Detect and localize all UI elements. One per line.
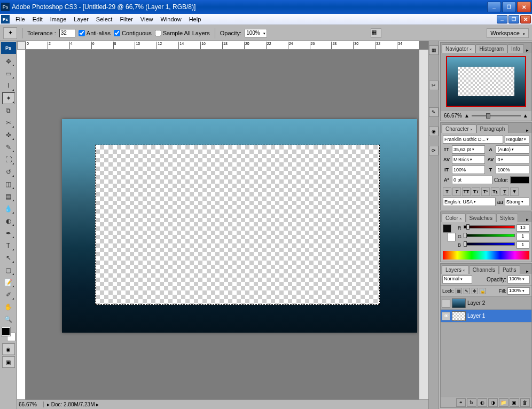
g-value[interactable]: 1 [517, 233, 529, 240]
hscale-input[interactable]: 100% [496, 166, 529, 174]
tab-layers[interactable]: Layers× [442, 265, 469, 274]
color-swatch[interactable] [2, 327, 15, 341]
r-value[interactable]: 13 [517, 224, 529, 232]
blur-tool[interactable]: 💧 [2, 203, 15, 215]
tolerance-input[interactable] [59, 29, 75, 37]
character-menu-icon[interactable]: ▸ [524, 128, 531, 133]
text-color-swatch[interactable] [510, 176, 529, 184]
dodge-tool[interactable]: ◐ [2, 215, 15, 227]
lock-all-icon[interactable]: 🔒 [480, 288, 486, 294]
font-style-select[interactable]: Regular [505, 135, 529, 144]
workspace-button[interactable]: Workspace [487, 28, 529, 38]
new-layer-icon[interactable]: ▣ [510, 398, 519, 407]
bold-button[interactable]: T [443, 187, 451, 196]
vertical-scrollbar[interactable] [419, 50, 428, 399]
dock-icon-5[interactable]: ⟳ [429, 146, 439, 155]
menu-layer[interactable]: Layer [70, 14, 92, 24]
color-menu-icon[interactable]: ▸ [524, 217, 531, 222]
maximize-button[interactable] [502, 2, 516, 12]
bridge-icon[interactable]: ▦ [371, 28, 381, 38]
visibility-toggle[interactable] [442, 299, 450, 308]
leading-input[interactable]: (Auto) [496, 145, 529, 154]
menu-help[interactable]: Help [185, 14, 205, 24]
heal-tool[interactable]: ✜ [2, 129, 15, 141]
minimize-button[interactable] [487, 2, 501, 12]
font-size-input[interactable]: 35,63 pt [452, 145, 485, 154]
move-tool[interactable]: ✥ [2, 56, 15, 67]
dock-icon-4[interactable]: ◉ [429, 127, 439, 136]
doc-restore-button[interactable] [508, 15, 519, 23]
doc-close-button[interactable] [520, 15, 531, 23]
quickmask-button[interactable]: ◉ [2, 343, 15, 355]
strike-button[interactable]: Ŧ [510, 187, 519, 196]
layer-opacity-input[interactable]: 100% [507, 276, 530, 284]
navigator-zoom[interactable]: 66.67% [444, 113, 462, 119]
tab-paragraph[interactable]: Paragraph [476, 124, 509, 133]
tab-info[interactable]: Info [507, 44, 524, 53]
gradient-tool[interactable]: ▤ [2, 191, 15, 202]
lock-transparency-icon[interactable]: ▦ [456, 288, 462, 294]
delete-layer-icon[interactable]: 🗑 [520, 398, 530, 407]
type-tool[interactable]: T [2, 240, 15, 251]
subscript-button[interactable]: T₁ [491, 187, 499, 196]
font-family-select[interactable]: Franklin Gothic D... [443, 135, 503, 144]
navigator-menu-icon[interactable]: ▸ [524, 48, 531, 53]
sample-all-checkbox[interactable]: Sample All Layers [155, 30, 210, 36]
color-spectrum[interactable] [443, 251, 529, 259]
b-slider[interactable] [464, 242, 515, 248]
menu-image[interactable]: Image [46, 14, 71, 24]
contiguous-checkbox[interactable]: Contiguous [114, 30, 152, 36]
ruler-vertical[interactable] [17, 50, 26, 399]
b-value[interactable]: 1 [517, 241, 529, 249]
layer-name[interactable]: Layer 1 [467, 313, 485, 319]
tab-character[interactable]: Character× [442, 124, 476, 133]
opacity-input[interactable]: 100% [245, 29, 267, 37]
lock-paint-icon[interactable]: ✎ [464, 288, 470, 294]
crop-tool[interactable]: ⧉ [2, 105, 15, 116]
layer-row[interactable]: Layer 2 [441, 297, 531, 310]
zoom-tool[interactable]: 🔍 [2, 313, 15, 325]
navigator-thumbnail[interactable] [446, 56, 526, 107]
hand-tool[interactable]: ✋ [2, 301, 15, 313]
ruler-origin[interactable] [17, 41, 26, 50]
zoom-in-icon[interactable]: ▲ [523, 113, 528, 119]
baseline-input[interactable]: 0 pt [452, 176, 492, 184]
tab-paths[interactable]: Paths [499, 265, 520, 274]
antialias-checkbox[interactable]: Anti-alias [79, 30, 111, 36]
layer-mask-icon[interactable]: ◐ [478, 398, 487, 407]
ruler-horizontal[interactable]: 0246810121416182022242628303234 [26, 41, 419, 50]
zoom-field[interactable]: 66.67% [17, 402, 44, 407]
wand-tool-icon[interactable]: ✦ [3, 27, 17, 39]
tab-styles[interactable]: Styles [496, 214, 518, 222]
selection-area[interactable] [95, 145, 380, 305]
eraser-tool[interactable]: ◫ [2, 178, 15, 190]
layers-menu-icon[interactable]: ▸ [524, 269, 531, 274]
layer-thumbnail[interactable] [452, 311, 466, 321]
tab-channels[interactable]: Channels [469, 265, 499, 274]
tab-navigator[interactable]: Navigator× [442, 44, 475, 53]
eyedropper-tool[interactable]: ✐ [2, 289, 15, 301]
layer-group-icon[interactable]: 📁 [499, 398, 508, 407]
smallcaps-button[interactable]: Tт [472, 187, 480, 196]
dock-icon-1[interactable]: ▦ [429, 45, 439, 55]
layer-thumbnail[interactable] [452, 298, 466, 308]
underline-button[interactable]: T [500, 187, 509, 196]
r-slider[interactable] [464, 225, 515, 231]
language-select[interactable]: English: USA [443, 198, 496, 206]
layer-row[interactable]: 👁 Layer 1 [441, 310, 531, 323]
tab-histogram[interactable]: Histogram [475, 44, 507, 53]
tab-color[interactable]: Color× [442, 214, 466, 222]
dock-icon-2[interactable]: ✂ [429, 81, 439, 90]
color-preview[interactable] [443, 224, 456, 246]
foreground-color[interactable] [2, 327, 10, 336]
menu-filter[interactable]: Filter [116, 14, 136, 24]
pen-tool[interactable]: ✒ [2, 227, 15, 239]
menu-window[interactable]: Window [157, 14, 185, 24]
menu-view[interactable]: View [137, 14, 157, 24]
menu-edit[interactable]: Edit [29, 14, 46, 24]
doc-info[interactable]: ▸ Doc: 2.80M/7.23M ▸ [44, 402, 102, 407]
fill-input[interactable]: 100% [507, 287, 530, 295]
g-slider[interactable] [464, 234, 515, 239]
superscript-button[interactable]: T¹ [481, 187, 490, 196]
vscale-input[interactable]: 100% [452, 166, 485, 174]
